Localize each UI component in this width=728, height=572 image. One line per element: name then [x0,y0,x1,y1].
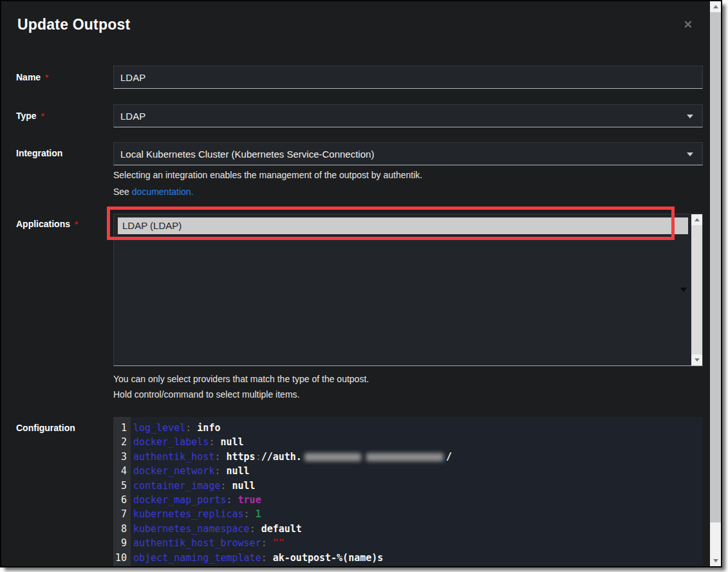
integration-field: Local Kubernetes Cluster (Kubernetes Ser… [113,142,703,197]
code-line-content: authentik_host: https://auth./ [131,450,452,464]
required-asterisk: * [45,73,48,82]
update-outpost-modal: Update Outpost ✕ Name* Type* LDAP Integr… [0,0,722,567]
type-select[interactable]: LDAP [113,104,703,127]
applications-help-providers: You can only select providers that match… [113,374,703,384]
application-option-selected[interactable]: LDAP (LDAP) [118,217,688,234]
code-line: 5container_image: null [113,479,703,493]
code-line-content: kubernetes_replicas: 1 [131,507,261,521]
code-token-key: docker_network [133,465,214,477]
close-icon[interactable]: ✕ [684,19,693,30]
type-row: Type* LDAP [16,104,703,127]
chevron-down-icon [687,152,693,156]
window-scrollbar[interactable] [710,1,721,566]
required-asterisk: * [41,111,44,121]
code-line-content: docker_network: null [131,464,250,478]
configuration-label: Configuration [16,417,113,567]
code-line: 9authentik_host_browser: "" [113,536,703,550]
code-token-key: docker_map_ports [133,494,227,506]
code-token-colon: : [261,552,273,564]
integration-help-text: Selecting an integration enables the man… [113,170,703,180]
line-number: 3 [113,450,131,464]
code-token-key: authentik_host_browser [133,537,261,549]
applications-listbox-wrap: LDAP (LDAP) [113,214,703,366]
code-token-colon: : [185,422,197,434]
code-line-content: docker_map_ports: true [131,493,261,507]
window-scrollbar-thumb[interactable] [710,12,721,522]
chevron-down-icon [687,115,693,118]
code-token-colon: : [214,451,226,463]
code-token-val: //auth. [261,451,302,463]
code-token-atom: true [238,494,261,506]
line-number: 4 [113,464,131,478]
code-line: 4docker_network: null [113,464,703,478]
code-token-val: / [446,451,452,463]
code-token-colon: : [244,508,256,520]
code-token-key: docker_labels [133,436,209,448]
code-token-key: kubernetes_namespace [133,523,250,535]
code-token-key: kubernetes_replicas [133,508,244,520]
modal-header: Update Outpost ✕ [1,1,721,33]
name-row: Name* [16,66,703,89]
select-caret-icon [680,288,687,292]
required-asterisk: * [75,219,78,229]
type-select-value: LDAP [120,111,145,122]
listbox-scrollbar-thumb[interactable] [691,225,702,355]
code-token-colon: : [256,451,261,463]
code-token-colon: : [209,436,220,448]
code-token-val: null [227,465,250,477]
applications-listbox[interactable]: LDAP (LDAP) [113,214,703,366]
code-line: 6docker_map_ports: true [113,493,703,507]
code-line-content: object_naming_template: ak-outpost-%(nam… [131,551,383,565]
scroll-down-icon[interactable] [691,355,702,365]
code-line-content: kubernetes_namespace: default [131,522,302,536]
integration-label: Integration [16,142,113,197]
code-token-val: null [232,480,256,492]
documentation-link[interactable]: documentation. [132,187,194,197]
code-line-content: container_image: null [131,479,256,493]
code-token-key: object_naming_template [133,552,261,564]
configuration-row: Configuration 1log_level: info2docker_la… [16,417,703,567]
integration-select[interactable]: Local Kubernetes Cluster (Kubernetes Ser… [113,142,703,165]
code-line: 3authentik_host: https://auth./ [113,450,703,464]
redacted-blur [366,453,443,461]
line-number: 2 [113,435,131,449]
code-token-val: https [227,451,256,463]
applications-label-text: Applications [16,219,70,229]
name-input[interactable] [113,66,703,89]
configuration-code-editor[interactable]: 1log_level: info2docker_labels: null3aut… [113,417,703,567]
scroll-up-icon[interactable] [710,1,721,12]
line-number: 1 [113,421,131,435]
applications-row: Applications* LDAP (LDAP) You c [16,214,703,400]
redacted-blur [304,453,361,461]
code-token-val: null [220,436,243,448]
code-token-key: authentik_host [133,451,214,463]
scroll-down-icon[interactable] [710,555,721,566]
code-token-colon: : [227,494,238,506]
code-line: 10object_naming_template: ak-outpost-%(n… [113,551,703,565]
code-line-content: docker_labels: null [131,435,244,449]
code-token-val: ak-outpost-%(name)s [273,552,384,564]
code-token-colon: : [214,465,226,477]
applications-help-multiselect: Hold control/command to select multiple … [113,389,703,400]
code-line-content: authentik_host_browser: "" [131,536,285,550]
scroll-up-icon[interactable] [691,214,702,225]
integration-select-value: Local Kubernetes Cluster (Kubernetes Ser… [120,149,374,160]
line-number: 9 [113,536,131,550]
listbox-scrollbar[interactable] [691,214,702,365]
type-label-text: Type [16,111,37,121]
code-token-val: default [261,523,302,535]
name-label-text: Name [16,72,41,82]
code-token-num: 1 [256,508,261,520]
code-line: 2docker_labels: null [113,435,703,449]
code-token-colon: : [261,537,273,549]
code-token-str: "" [273,537,285,549]
type-label: Type* [16,111,113,121]
code-line: 8kubernetes_namespace: default [113,522,703,536]
integration-doc-help: See documentation. [113,187,703,197]
outpost-form: Name* Type* LDAP Integration Local Kuber… [1,66,721,567]
line-number: 8 [113,522,131,536]
code-token-val: info [197,422,220,434]
line-number: 10 [113,551,131,565]
line-number: 5 [113,479,131,493]
modal-title: Update Outpost [17,16,705,33]
